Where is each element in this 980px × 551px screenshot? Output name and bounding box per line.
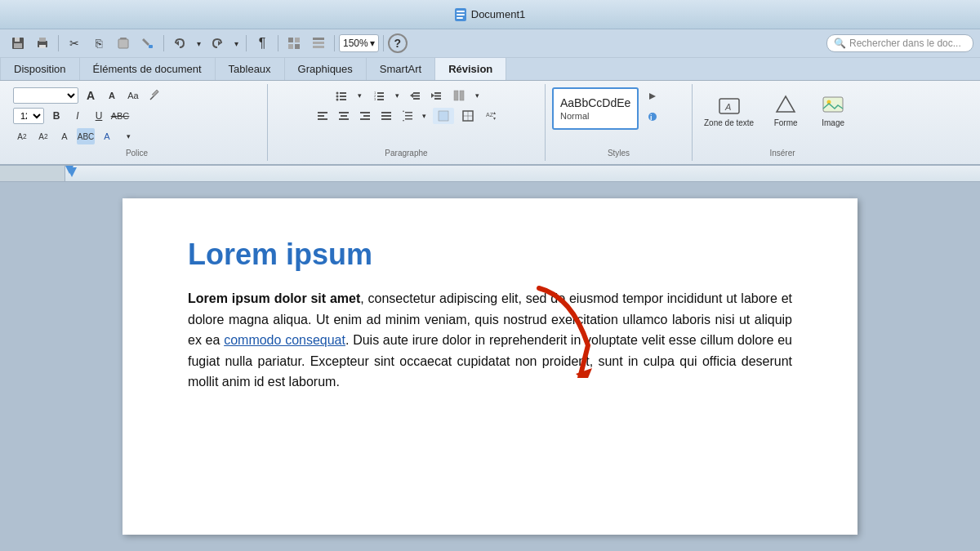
zoom-control[interactable]: 150% ▾ (339, 34, 379, 52)
tab-elements[interactable]: Éléments de document (80, 58, 216, 80)
line-spacing-dropdown-button[interactable]: ▾ (420, 108, 430, 124)
align-center-button[interactable] (335, 108, 353, 124)
paste-button[interactable] (112, 33, 135, 54)
svg-rect-33 (413, 98, 420, 100)
svg-rect-27 (377, 96, 384, 97)
svg-rect-43 (339, 112, 349, 113)
columns-button[interactable] (448, 87, 470, 104)
paint-format-button[interactable] (136, 33, 159, 54)
line-spacing-button[interactable] (399, 108, 416, 124)
tab-disposition[interactable]: Disposition (0, 58, 80, 80)
doc-heading: Lorem ipsum (188, 238, 792, 272)
tab-tableaux[interactable]: Tableaux (216, 58, 285, 80)
svg-rect-44 (341, 115, 347, 117)
svg-rect-25 (377, 92, 384, 94)
view2-button[interactable] (307, 33, 330, 54)
superscript-button[interactable]: A2 (13, 128, 31, 144)
forme-button[interactable]: Forme (765, 87, 806, 133)
paragraph-marks-button[interactable]: ¶ (251, 33, 274, 54)
align-row: ▾ AZ (314, 108, 500, 124)
numbered-dropdown-button[interactable]: ▾ (393, 87, 403, 104)
save-button[interactable] (7, 33, 29, 54)
print-button[interactable] (31, 33, 54, 54)
font-family-select[interactable] (13, 87, 78, 104)
align-right-button[interactable] (356, 108, 374, 124)
window-title: Document1 (471, 8, 525, 20)
bullet-list-button[interactable] (331, 87, 352, 104)
tab-smartart[interactable]: SmartArt (367, 58, 435, 80)
highlight-button[interactable]: ABC (77, 128, 95, 144)
text-zone-button[interactable]: A Zone de texte (699, 87, 759, 133)
font-size-increase-button[interactable]: A (103, 87, 121, 104)
sort-button[interactable]: AZ (482, 108, 500, 124)
styles-preview-box[interactable]: AaBbCcDdEe Normal (552, 87, 639, 130)
strikethrough-button[interactable]: ABC (111, 108, 129, 124)
svg-marker-63 (493, 118, 496, 120)
inserer-label: Insérer (699, 147, 866, 158)
style-options-button[interactable]: i (644, 108, 662, 126)
svg-rect-37 (434, 98, 441, 100)
view1-button[interactable] (283, 33, 305, 54)
tab-revision[interactable]: Révision (435, 58, 506, 80)
svg-marker-62 (493, 112, 496, 114)
redo-button[interactable] (206, 33, 229, 54)
cut-button[interactable]: ✂ (63, 33, 86, 54)
svg-point-20 (336, 96, 338, 98)
columns-dropdown-button[interactable]: ▾ (473, 87, 483, 104)
document-page: Lorem ipsum Lorem ipsum dolor sit amet, … (122, 198, 858, 535)
subscript-button[interactable]: A2 (34, 128, 52, 144)
svg-marker-69 (777, 96, 795, 112)
undo-dropdown-button[interactable]: ▾ (193, 33, 204, 54)
undo-button[interactable] (168, 33, 191, 54)
format-row: A2 A2 A ABC A ▾ (13, 128, 137, 144)
clear-format-button[interactable] (145, 87, 163, 104)
underline-button[interactable]: U (90, 108, 108, 124)
svg-marker-34 (431, 93, 434, 98)
align-justify-button[interactable] (377, 108, 395, 124)
toolbar-separator-3 (246, 35, 247, 51)
borders-button[interactable] (457, 108, 479, 124)
font-color-2-button[interactable]: A (98, 128, 116, 144)
search-icon: 🔍 (834, 38, 846, 49)
svg-text:i: i (650, 113, 653, 122)
strikethrough-icon: ABC (111, 111, 130, 121)
next-style-button[interactable] (644, 87, 662, 105)
font-color-button[interactable]: A (56, 128, 74, 144)
svg-rect-14 (295, 44, 300, 49)
doc-body-link[interactable]: commodo consequat (224, 333, 345, 347)
svg-rect-38 (454, 91, 458, 100)
zoom-value: 150% (343, 38, 368, 49)
svg-rect-45 (339, 118, 349, 120)
svg-rect-8 (149, 45, 153, 48)
case-toggle-button[interactable]: Aa (124, 87, 142, 104)
doc-area: Lorem ipsum Lorem ipsum dolor sit amet, … (0, 182, 980, 551)
help-button[interactable]: ? (388, 33, 408, 53)
align-left-button[interactable] (314, 108, 332, 124)
list-row: ▾ 123 ▾ ▾ (331, 87, 483, 104)
bold-button[interactable]: B (47, 108, 65, 124)
shading-button[interactable] (433, 108, 454, 124)
decrease-indent-button[interactable] (406, 87, 424, 104)
increase-indent-button[interactable] (427, 87, 445, 104)
font-size-select[interactable]: 12 (13, 108, 44, 124)
font-color-dropdown-button[interactable]: ▾ (119, 128, 137, 144)
redo-dropdown-button[interactable]: ▾ (230, 33, 242, 54)
svg-rect-40 (318, 112, 327, 113)
title-bar: Document1 (0, 0, 980, 29)
italic-button[interactable]: I (69, 108, 87, 124)
ribbon-styles-section: AaBbCcDdEe Normal i Styles (546, 84, 693, 161)
tab-graphiques[interactable]: Graphiques (285, 58, 367, 80)
copy-button[interactable]: ⎘ (87, 33, 110, 54)
title-bar-text: Document1 (455, 8, 525, 21)
numbered-list-button[interactable]: 123 (368, 87, 390, 104)
ruler: 1 2 3 4 5 6 7 8 9 10 11 12 13 14 15 16 1 (0, 166, 980, 182)
svg-rect-21 (340, 96, 346, 97)
font-row: A A Aa (13, 87, 163, 104)
image-button[interactable]: Image (813, 87, 853, 133)
search-box[interactable]: 🔍 Rechercher dans le doc... (826, 34, 973, 52)
svg-rect-48 (360, 118, 370, 120)
svg-rect-32 (413, 96, 420, 97)
bullet-dropdown-button[interactable]: ▾ (355, 87, 365, 104)
app-window: Document1 ✂ ⎘ ▾ ▾ ¶ (0, 0, 980, 551)
font-size-decrease-button[interactable]: A (82, 87, 100, 104)
